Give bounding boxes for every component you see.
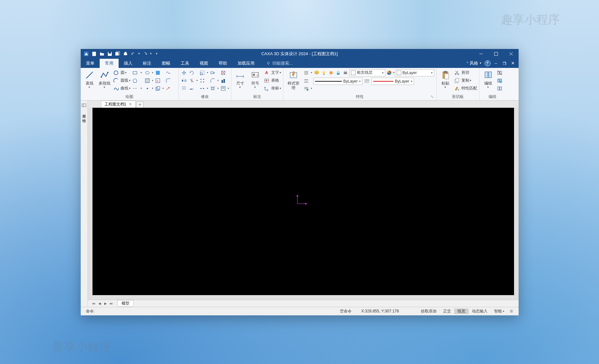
move-icon[interactable] bbox=[181, 70, 187, 76]
text-button[interactable]: 文字 ▾ bbox=[271, 70, 281, 75]
ribbon-style[interactable]: ^ 风格 ▼ bbox=[467, 60, 482, 66]
break-icon[interactable] bbox=[199, 85, 206, 92]
arrow-icon[interactable] bbox=[165, 85, 172, 92]
trim-icon[interactable] bbox=[189, 77, 195, 84]
document-tab-close-icon[interactable]: ✕ bbox=[129, 102, 132, 106]
document-tab[interactable]: 工程图文档1 ✕ bbox=[101, 101, 136, 108]
print-icon[interactable] bbox=[122, 50, 129, 57]
doc-close-icon[interactable]: ✕ bbox=[510, 60, 516, 66]
array-icon[interactable] bbox=[199, 77, 206, 84]
symbol-button[interactable]: .1 符号▾ bbox=[248, 69, 262, 89]
tab-insert[interactable]: 插入 bbox=[119, 59, 138, 68]
circle-button[interactable]: 圆 ▾ bbox=[121, 70, 126, 75]
group-button[interactable]: 编组▾ bbox=[481, 69, 495, 89]
match-props-icon[interactable] bbox=[454, 85, 460, 92]
fillet-icon[interactable] bbox=[165, 77, 172, 84]
open-file-icon[interactable] bbox=[98, 50, 106, 57]
rect-icon[interactable] bbox=[132, 70, 138, 76]
menu-tab[interactable]: 菜单 bbox=[81, 59, 100, 68]
layer-list-icon[interactable] bbox=[303, 70, 309, 76]
tab-common[interactable]: 常用 bbox=[100, 59, 119, 68]
tab-addons[interactable]: 加载应用 bbox=[232, 59, 260, 68]
color-wheel-icon[interactable] bbox=[386, 70, 392, 76]
sheet-tab-model[interactable]: 模型 bbox=[117, 300, 134, 307]
app-icon[interactable] bbox=[83, 50, 90, 57]
tab-help[interactable]: 帮助 bbox=[213, 59, 232, 68]
lineweight-combo[interactable]: ByLayer ▾ bbox=[313, 78, 362, 85]
ungroup-icon[interactable] bbox=[496, 70, 503, 76]
match-props-button[interactable]: 特性匹配 bbox=[461, 86, 477, 91]
rotate-icon[interactable] bbox=[189, 70, 195, 76]
spline-icon[interactable] bbox=[165, 70, 172, 76]
side-tab-library[interactable]: 图库 bbox=[81, 110, 87, 113]
undo-icon[interactable] bbox=[130, 50, 137, 57]
fill-icon[interactable] bbox=[155, 70, 161, 76]
line-button[interactable]: 直线▾ bbox=[83, 69, 96, 89]
chamfer-icon[interactable] bbox=[209, 77, 216, 84]
table-icon[interactable]: • bbox=[263, 77, 270, 84]
arc-button[interactable]: 圆弧 ▾ bbox=[121, 78, 130, 83]
cut-button[interactable]: 剪切 bbox=[461, 70, 469, 75]
save-all-icon[interactable] bbox=[114, 50, 121, 57]
layer-combo[interactable]: 粗实线层 ▾ bbox=[349, 69, 385, 76]
polygon-icon[interactable] bbox=[132, 77, 138, 84]
stretch-icon[interactable] bbox=[209, 70, 216, 76]
text-icon[interactable]: A bbox=[263, 70, 270, 76]
linetype-icon[interactable] bbox=[364, 78, 370, 85]
tab-tools[interactable]: 工具 bbox=[175, 59, 194, 68]
drop-icon[interactable]: ▾ bbox=[140, 85, 143, 92]
table-button[interactable]: 表格 bbox=[271, 78, 279, 83]
close-button[interactable] bbox=[504, 49, 519, 59]
coord-icon[interactable] bbox=[263, 85, 270, 92]
tab-view[interactable]: 视图 bbox=[194, 59, 213, 68]
layer-props-icon[interactable] bbox=[313, 70, 320, 76]
function-search[interactable]: 功能搜索... bbox=[266, 59, 293, 68]
scale-icon[interactable] bbox=[199, 70, 206, 76]
style-manager-button[interactable]: 样式管理 bbox=[285, 69, 302, 91]
drop-icon[interactable]: ▾ bbox=[140, 70, 143, 76]
arc-icon[interactable] bbox=[113, 77, 119, 84]
explode-icon[interactable] bbox=[209, 85, 216, 92]
minimize-button[interactable] bbox=[474, 49, 489, 59]
freeze-icon[interactable] bbox=[328, 70, 334, 76]
status-smart[interactable]: 智能 ▾ bbox=[491, 309, 507, 314]
erase-icon[interactable] bbox=[220, 70, 226, 76]
add-document-tab[interactable]: + bbox=[136, 101, 143, 108]
undo-dropdown-icon[interactable]: ▼ bbox=[138, 50, 141, 57]
copy-button[interactable]: 复制 ▾ bbox=[461, 78, 471, 83]
align-icon[interactable] bbox=[220, 77, 226, 84]
cut-icon[interactable] bbox=[454, 70, 460, 76]
sheet-first-icon[interactable]: ⏮ bbox=[91, 301, 96, 306]
lock-icon[interactable] bbox=[335, 70, 341, 76]
polyline-button[interactable]: 多段线▾ bbox=[98, 69, 111, 89]
status-lineweight[interactable]: 线宽 bbox=[454, 309, 469, 314]
new-file-icon[interactable] bbox=[91, 50, 98, 57]
sheet-next-icon[interactable]: ▶ bbox=[103, 301, 108, 306]
paste-button[interactable]: 粘贴▾ bbox=[439, 69, 452, 89]
qat-customize-icon[interactable]: ▼ bbox=[153, 50, 160, 57]
drawing-canvas[interactable] bbox=[92, 108, 514, 295]
status-pick-add[interactable]: 拾取添加 bbox=[418, 309, 440, 314]
offset-icon[interactable] bbox=[181, 85, 187, 92]
coord-button[interactable]: 坐标 ▾ bbox=[271, 86, 281, 91]
side-tab-properties[interactable]: 特性 bbox=[81, 115, 87, 118]
hatch-icon[interactable] bbox=[144, 77, 151, 84]
copy-icon[interactable] bbox=[454, 77, 460, 84]
sheet-prev-icon[interactable]: ◀ bbox=[97, 301, 102, 306]
layer-off-icon[interactable] bbox=[303, 77, 309, 84]
group-edit-icon[interactable] bbox=[496, 77, 503, 84]
text-block-icon[interactable]: A bbox=[155, 77, 161, 84]
dimension-button[interactable]: 尺寸▾ bbox=[233, 69, 247, 89]
group-manager-icon[interactable] bbox=[496, 85, 503, 92]
save-icon[interactable] bbox=[106, 50, 113, 57]
redo-dropdown-icon[interactable]: ▼ bbox=[149, 50, 153, 57]
circle-icon[interactable] bbox=[113, 70, 119, 76]
maximize-button[interactable] bbox=[489, 49, 504, 59]
doc-minimize-icon[interactable]: – bbox=[493, 60, 499, 66]
doc-restore-icon[interactable] bbox=[502, 60, 507, 66]
lightbulb-icon[interactable] bbox=[321, 70, 327, 76]
tab-drawing[interactable]: 图幅 bbox=[157, 59, 175, 68]
color-combo[interactable]: ByLayer ▾ bbox=[395, 69, 434, 76]
panel-toggle-icon[interactable] bbox=[81, 102, 87, 108]
curve-icon[interactable] bbox=[113, 85, 119, 92]
